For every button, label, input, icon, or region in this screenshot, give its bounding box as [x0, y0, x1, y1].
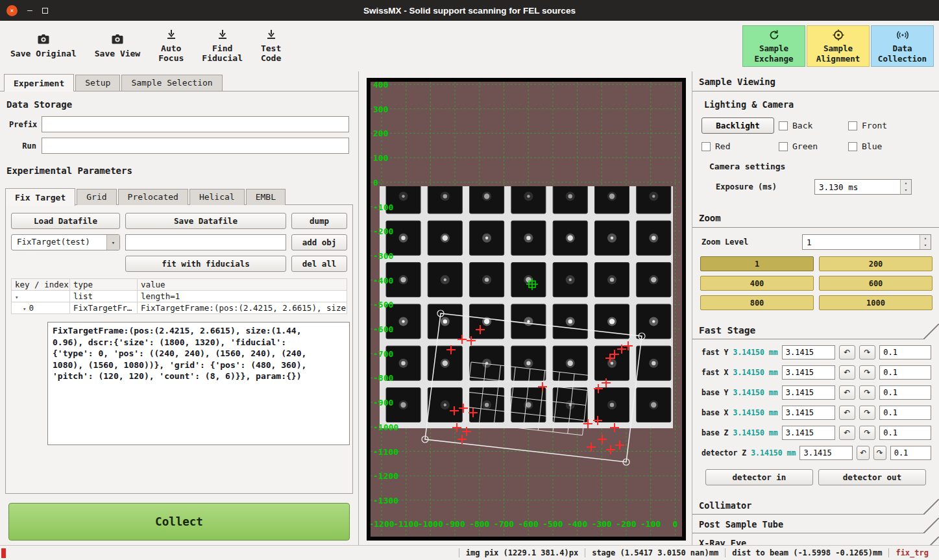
camera-view-canvas[interactable]: 4003002001000-100-200-300-400-500-600-70… — [367, 78, 686, 541]
axis-target-input[interactable] — [782, 385, 835, 400]
save-view-button[interactable]: Save View — [95, 34, 140, 58]
del-all-button[interactable]: del all — [291, 256, 347, 272]
zoom-400-button[interactable]: 400 — [700, 276, 814, 291]
curved-arrow-right-icon: ↷ — [864, 428, 871, 437]
tab-helical[interactable]: Helical — [189, 189, 245, 205]
close-window-button[interactable]: ✕ — [6, 5, 18, 16]
checkbox-icon[interactable] — [848, 142, 857, 151]
post-sample-tube-section-header[interactable]: Post Sample Tube — [692, 515, 939, 533]
nudge-back-button[interactable]: ↶ — [839, 365, 855, 380]
axis-target-input[interactable] — [799, 446, 853, 460]
tab-embl[interactable]: EMBL — [246, 189, 286, 205]
column-header-type[interactable]: type — [70, 279, 138, 291]
detector-in-button[interactable]: detector in — [705, 469, 813, 485]
x-ray-eye-section-header[interactable]: X-Ray Eye — [692, 533, 939, 545]
object-detail-text[interactable]: FixTargetFrame:(pos:(2.4215, 2.6615), si… — [47, 322, 350, 445]
object-tree-table: key / index type value ▾ list length=1 ▾… — [11, 278, 347, 314]
tab-sample-selection[interactable]: Sample Selection — [121, 75, 222, 91]
zoom-200-button[interactable]: 200 — [819, 256, 933, 271]
tab-fix-target[interactable]: Fix Target — [5, 188, 75, 206]
exposure-spinbox[interactable]: ▴▾ — [814, 179, 912, 195]
expander-icon[interactable]: ▾ — [23, 306, 26, 312]
checkbox-icon[interactable] — [848, 121, 857, 130]
nudge-forward-button[interactable]: ↷ — [859, 385, 875, 400]
nudge-back-button[interactable]: ↶ — [839, 385, 855, 400]
zoom-600-button[interactable]: 600 — [819, 276, 933, 291]
save-datafile-button[interactable]: Save Datafile — [125, 213, 286, 229]
checkbox-red[interactable]: Red — [701, 141, 779, 151]
auto-focus-button[interactable]: AutoFocus — [158, 29, 184, 63]
checkbox-icon[interactable] — [779, 142, 788, 151]
axis-step-input[interactable] — [879, 426, 931, 440]
expander-icon[interactable]: ▾ — [15, 294, 18, 300]
fit-with-fiducials-button[interactable]: fit with fiducials — [125, 256, 286, 272]
sample-exchange-button[interactable]: Sample Exchange — [742, 25, 805, 67]
backlight-button[interactable]: Backlight — [701, 117, 774, 134]
nudge-forward-button[interactable]: ↷ — [859, 426, 875, 440]
tab-grid[interactable]: Grid — [77, 189, 116, 205]
collimator-section-header[interactable]: Collimator — [692, 496, 939, 515]
fast-stage-section-header[interactable]: Fast Stage — [692, 319, 939, 339]
minimize-window-button[interactable]: – — [27, 7, 32, 14]
axis-step-input[interactable] — [879, 406, 931, 420]
axis-target-input[interactable] — [782, 426, 835, 440]
nudge-forward-button[interactable]: ↷ — [873, 446, 886, 460]
checkbox-front[interactable]: Front — [848, 121, 931, 130]
test-code-button[interactable]: TestCode — [261, 29, 281, 63]
main-tabbar: Experiment Setup Sample Selection — [0, 71, 358, 91]
checkbox-icon[interactable] — [779, 121, 788, 130]
table-row[interactable]: ▾ list length=1 — [12, 291, 347, 302]
tab-experiment[interactable]: Experiment — [4, 74, 74, 91]
dump-button[interactable]: dump — [291, 213, 347, 229]
spin-up-icon[interactable]: ▴ — [901, 180, 911, 187]
zoom-1000-button[interactable]: 1000 — [819, 295, 933, 310]
load-datafile-button[interactable]: Load Datafile — [11, 213, 120, 229]
column-header-value[interactable]: value — [138, 279, 347, 291]
zoom-level-input[interactable] — [803, 235, 920, 249]
collect-button[interactable]: Collect — [8, 503, 350, 541]
sample-viewing-title: Sample Viewing — [692, 71, 939, 91]
nudge-back-button[interactable]: ↶ — [857, 446, 870, 460]
sample-alignment-button[interactable]: Sample Alignment — [807, 25, 870, 67]
axis-step-input[interactable] — [879, 385, 931, 400]
spin-down-icon[interactable]: ▾ — [901, 187, 911, 194]
maximize-window-button[interactable] — [42, 8, 48, 14]
save-original-button[interactable]: Save Original — [10, 34, 77, 58]
nudge-forward-button[interactable]: ↷ — [859, 406, 875, 420]
axis-target-input[interactable] — [782, 365, 835, 380]
find-fiducial-button[interactable]: FindFiducial — [202, 29, 243, 63]
axis-target-input[interactable] — [782, 345, 835, 359]
zoom-800-button[interactable]: 800 — [700, 295, 814, 310]
nudge-forward-button[interactable]: ↷ — [859, 345, 875, 359]
column-header-key[interactable]: key / index — [12, 279, 70, 291]
data-collection-button[interactable]: Data Collection — [871, 25, 934, 67]
nudge-forward-button[interactable]: ↷ — [859, 365, 875, 380]
nudge-back-button[interactable]: ↶ — [839, 426, 855, 440]
run-input[interactable] — [42, 138, 349, 154]
nudge-back-button[interactable]: ↶ — [839, 345, 855, 359]
zoom-1-button[interactable]: 1 — [700, 256, 814, 271]
tab-prelocated[interactable]: Prelocated — [118, 189, 188, 205]
zoom-level-spinbox[interactable]: ▴▾ — [802, 234, 931, 250]
fix-target-panel: Load Datafile Save Datafile dump FixTarg… — [5, 204, 353, 494]
tab-setup[interactable]: Setup — [75, 75, 120, 91]
axis-step-input[interactable] — [879, 365, 931, 380]
svg-text:-200: -200 — [616, 519, 636, 529]
prefix-input[interactable] — [42, 116, 349, 132]
nudge-back-button[interactable]: ↶ — [839, 406, 855, 420]
checkbox-green[interactable]: Green — [779, 141, 848, 151]
detector-out-button[interactable]: detector out — [818, 469, 926, 485]
exposure-input[interactable] — [815, 180, 900, 194]
object-name-input[interactable] — [125, 234, 286, 250]
axis-step-input[interactable] — [879, 345, 931, 359]
checkbox-blue[interactable]: Blue — [848, 141, 931, 151]
axis-target-input[interactable] — [782, 406, 835, 420]
spin-down-icon[interactable]: ▾ — [920, 242, 931, 249]
add-obj-button[interactable]: add obj — [291, 234, 347, 250]
spin-up-icon[interactable]: ▴ — [920, 235, 931, 242]
axis-step-input[interactable] — [890, 446, 931, 460]
checkbox-icon[interactable] — [701, 142, 711, 151]
fixtarget-combo[interactable]: FixTarget(test) ▾ — [11, 234, 120, 250]
checkbox-back[interactable]: Back — [779, 121, 848, 130]
table-row[interactable]: ▾0 FixTargetFr… FixTargetFrame:(pos:(2.4… — [12, 302, 347, 314]
